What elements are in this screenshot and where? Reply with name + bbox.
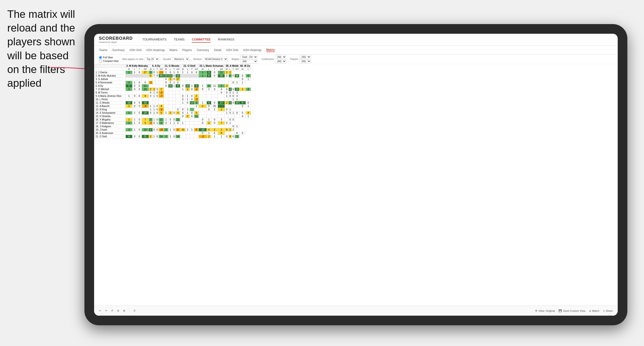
table-row: 7. O Mitchell300102202120-401040402423 — [94, 88, 251, 91]
table-row: 1. J Garcia31027301-11101011061301122 — [94, 71, 251, 74]
sh-d6: Dif — [235, 68, 239, 71]
data-cell: 0 — [149, 74, 152, 78]
data-cell — [156, 115, 159, 118]
data-cell: 0 — [156, 111, 159, 115]
gender-filter: Gender Women's — [163, 57, 190, 61]
sub-nav-matrix2[interactable]: Matrix — [266, 48, 275, 52]
data-cell: 0 — [232, 74, 235, 78]
zoom-out-btn[interactable]: ⊖ — [117, 309, 119, 312]
matrix-area[interactable]: 2. M Kelly Mulcahy 6. A Dy 11. G Woods 2… — [94, 64, 618, 303]
data-cell — [180, 125, 185, 128]
sub-nav-h2h-grid2[interactable]: H2H Grid — [226, 48, 238, 52]
data-cell: 1 — [132, 81, 137, 84]
zoom-in-btn[interactable]: ⊕ — [123, 309, 125, 312]
division-select[interactable]: NCAA Division II — [203, 57, 228, 61]
refresh-btn[interactable]: ↺ — [111, 309, 113, 312]
max-players-select[interactable]: Top 25 — [144, 57, 159, 61]
data-cell: 0 — [152, 121, 156, 125]
full-view-radio[interactable]: Full View — [99, 56, 118, 59]
data-cell — [132, 78, 137, 81]
nav-committee[interactable]: COMMITTEE — [192, 37, 211, 43]
data-cell: 0 — [158, 121, 164, 125]
data-cell — [185, 78, 190, 81]
data-cell: 0 — [132, 135, 137, 138]
data-cell — [190, 125, 194, 128]
data-cell: 3 — [126, 81, 132, 84]
data-cell — [142, 91, 149, 94]
full-view-input[interactable] — [99, 56, 102, 59]
data-cell: 13 — [142, 128, 149, 132]
data-cell — [206, 81, 211, 84]
data-cell: 25 — [185, 84, 190, 88]
players-select[interactable]: (All) — [300, 55, 311, 59]
data-cell — [156, 98, 159, 101]
data-cell — [172, 98, 176, 101]
sh-t3: T — [172, 68, 176, 71]
region-select[interactable]: East - DII — [240, 55, 258, 59]
data-cell: 1 — [218, 135, 225, 138]
undo-btn[interactable]: ↩ — [99, 309, 101, 312]
compact-view-input[interactable] — [99, 59, 102, 63]
data-cell: 4 — [229, 88, 232, 91]
data-cell — [152, 81, 156, 84]
redo-btn[interactable]: ↪ — [105, 309, 107, 312]
sub-nav-summary[interactable]: Summary — [112, 48, 124, 52]
players-label: Players — [290, 58, 298, 60]
sh-t4: T — [190, 68, 194, 71]
sub-nav: Teams Summary H2H Grid H2H Heatmap Matri… — [94, 46, 618, 54]
sub-nav-teams[interactable]: Teams — [99, 48, 107, 52]
sub-nav-summary2[interactable]: Summary — [197, 48, 209, 52]
save-custom-view-btn[interactable]: 💾 Save Custom View — [558, 309, 585, 312]
data-cell — [158, 115, 164, 118]
data-cell: 2 — [229, 128, 232, 132]
data-cell: 0 — [176, 121, 180, 125]
sub-nav-h2h-grid[interactable]: H2H Grid — [130, 48, 142, 52]
data-cell: 0 — [190, 71, 194, 74]
nav-teams[interactable]: TEAMS — [174, 37, 184, 43]
data-cell: 1 — [172, 81, 176, 84]
data-cell — [149, 84, 152, 88]
data-cell: 0 — [232, 118, 235, 121]
conference-select[interactable]: (All) — [275, 55, 286, 59]
data-cell: 4 — [176, 111, 180, 115]
conference-sub-select[interactable]: (All) — [275, 59, 286, 63]
watch-btn[interactable]: ● Watch — [589, 309, 599, 312]
data-cell: 3 — [149, 71, 152, 74]
view-radio-group: Full View Compact View — [99, 56, 118, 63]
nav-tournaments[interactable]: TOURNAMENTS — [142, 37, 166, 43]
data-cell — [132, 108, 137, 111]
data-cell — [158, 81, 164, 84]
sh-w6: W — [225, 68, 229, 71]
sub-nav-h2h-heatmap[interactable]: H2H Heatmap — [146, 48, 165, 52]
data-cell: 0 — [137, 121, 142, 125]
data-cell: 3 — [225, 84, 229, 88]
data-cell: 14 — [142, 101, 149, 105]
data-cell: 3 — [206, 71, 211, 74]
sh-w2: W — [149, 68, 152, 71]
table-row: 13. N Klug110-200302101 — [94, 108, 251, 111]
clock-btn[interactable]: ⏱ — [133, 309, 136, 312]
data-cell — [194, 118, 198, 121]
data-cell — [218, 98, 225, 101]
share-btn[interactable]: ⎋ Share — [603, 309, 613, 312]
player-name-cell: 17. D Ballesteros — [94, 121, 126, 125]
data-cell — [218, 94, 225, 98]
data-cell: 0 — [137, 71, 142, 74]
data-cell: 2 — [206, 135, 211, 138]
sh-d1: Dif — [142, 68, 149, 71]
nav-rankings[interactable]: RANKINGS — [218, 37, 234, 43]
players-sub-select[interactable]: (All) — [300, 59, 311, 63]
view-original-label: View: Original — [538, 309, 555, 312]
sub-nav-players[interactable]: Players — [182, 48, 192, 52]
data-cell: 24 — [235, 88, 239, 91]
gender-select[interactable]: Women's — [172, 57, 190, 61]
view-original-btn[interactable]: 👁 View: Original — [535, 309, 555, 312]
compact-view-radio[interactable]: Compact View — [99, 59, 118, 63]
data-cell — [232, 115, 235, 118]
sub-nav-matrix[interactable]: Matrix — [170, 48, 178, 52]
conference-label: Conference — [262, 58, 274, 60]
data-cell: 20 — [235, 101, 239, 105]
sub-nav-detail[interactable]: Detail — [214, 48, 222, 52]
sub-nav-h2h-heatmap2[interactable]: H2H Heatmap — [243, 48, 261, 52]
region-sub-select[interactable]: (All) — [240, 59, 258, 63]
